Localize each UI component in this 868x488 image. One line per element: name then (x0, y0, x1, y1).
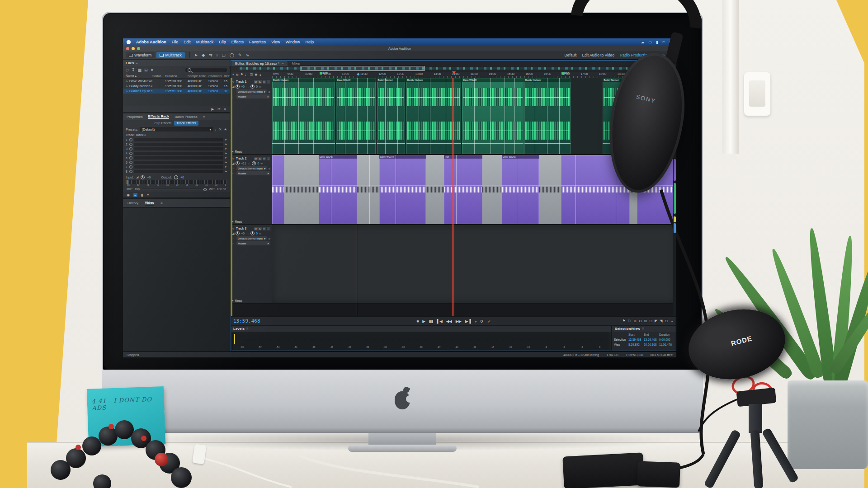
panel-menu-icon[interactable]: ≡ (160, 201, 163, 205)
zoom-in-horizontal-button[interactable]: ⊕ (633, 319, 637, 323)
tab-properties[interactable]: Properties (127, 115, 143, 119)
timeline-marker[interactable]: EOD (320, 72, 328, 75)
effects-rack-slot[interactable]: 6▸ (123, 160, 230, 164)
track-pan-knob[interactable] (250, 84, 255, 89)
import-file-icon[interactable]: ↧ (132, 68, 135, 72)
slot-power-icon[interactable] (129, 138, 132, 141)
record-arm-icon[interactable]: ● (259, 73, 261, 76)
audio-clip[interactable] (426, 155, 444, 224)
selview-start-value[interactable]: 13:59.468 (628, 338, 644, 341)
pause-button[interactable]: ▮▮ (429, 319, 433, 324)
files-search-input[interactable] (185, 68, 227, 72)
apple-menu-icon[interactable] (127, 40, 131, 44)
track-header-track-2[interactable]: ∿Track 2MSR⋮◢+11↔0∞→Default Stereo Input… (231, 155, 272, 224)
selview-start-value[interactable]: 8:59.892 (628, 343, 644, 346)
slot-power-icon[interactable] (129, 152, 132, 155)
track-volume-knob[interactable] (236, 161, 240, 165)
zoom-out-horizontal-button[interactable]: ⊖ (639, 319, 642, 323)
spot-healing-tool-icon[interactable]: ∿ (245, 51, 249, 60)
track-volume-knob[interactable] (236, 84, 240, 89)
file-row[interactable]: ∿Buddy Nielsen.wav1:25:38.09048000 HzSte… (123, 84, 230, 89)
panel-menu-icon[interactable]: ≡ (136, 61, 138, 65)
track-mute-button[interactable]: M (254, 157, 258, 160)
track-input-select[interactable]: Default Stereo Input▸ (236, 166, 267, 170)
menu-edit[interactable]: Edit (184, 40, 191, 44)
slot-power-icon[interactable] (129, 161, 132, 164)
track-solo-button[interactable]: S (258, 157, 262, 160)
subtab-clip-effects[interactable]: Clip Effects (154, 121, 171, 125)
rack-list-icon[interactable]: ≡ (133, 193, 137, 197)
audio-clip[interactable]: Dave WCAR (502, 155, 539, 224)
track-record-arm-button[interactable]: R (263, 227, 266, 230)
workspace-default[interactable]: Default (564, 53, 576, 57)
rack-premix-icon[interactable]: ✦ (146, 193, 150, 197)
loop-preview-icon[interactable]: ⟳ (217, 107, 220, 111)
effects-rack-slot[interactable]: 7▸ (123, 164, 230, 169)
metronome-icon[interactable]: ♩ (245, 73, 248, 76)
slot-insert-area[interactable] (134, 143, 224, 146)
files-column-sample-rate[interactable]: Sample Rate (188, 75, 208, 78)
track-output-select[interactable]: Master▸ (236, 241, 270, 245)
cue-marker[interactable] (357, 73, 359, 75)
move-playhead-to-next-button[interactable]: ▶▐ (465, 319, 471, 324)
move-tool-icon[interactable]: ➤ (194, 51, 198, 60)
tab-video[interactable]: Video (145, 201, 154, 205)
audio-clip[interactable] (482, 155, 502, 224)
snapping-icon[interactable]: ⌖ (232, 73, 234, 76)
time-selection-tool-icon[interactable]: I (217, 51, 218, 60)
editor-tab[interactable]: Editor: Buddies ep 16.sesx * ≡ (231, 61, 288, 66)
input-monitor-icon[interactable]: ◉ (255, 73, 257, 76)
slot-power-icon[interactable] (129, 143, 132, 146)
selview-end-value[interactable]: 13:59.468 (644, 338, 659, 341)
effects-rack-slot[interactable]: 3▸ (123, 146, 230, 151)
mix-slider[interactable] (142, 189, 207, 189)
track-record-arm-button[interactable]: R (263, 157, 266, 160)
slot-power-icon[interactable] (129, 156, 132, 160)
files-column-duration[interactable]: Duration (165, 75, 188, 78)
list-view-icon[interactable]: ≡ (224, 107, 226, 111)
waveform-view-button[interactable]: Waveform (126, 52, 155, 58)
effects-rack-slot[interactable]: 5▸ (123, 155, 230, 160)
tab-effects-rack[interactable]: Effects Rack (148, 114, 170, 119)
menu-favorites[interactable]: Favorites (249, 40, 266, 44)
audio-clip[interactable]: Pan (444, 155, 482, 224)
files-column-status[interactable]: Status (152, 75, 165, 78)
marquee-selection-tool-icon[interactable]: ▢ (222, 51, 226, 60)
slot-insert-area[interactable] (134, 165, 224, 169)
track-mute-button[interactable]: M (254, 227, 258, 230)
rewind-button[interactable]: ◀◀ (446, 319, 452, 324)
range-marker-icon[interactable]: ⚐ (628, 319, 631, 323)
creative-cloud-icon[interactable]: ☁ (641, 40, 644, 44)
panel-menu-icon[interactable]: ≡ (246, 327, 249, 331)
track-header-track-3[interactable]: ∿Track 3MSR⋮◢+0↔0∞→Default Stereo Input▸… (231, 225, 272, 303)
fast-forward-button[interactable]: ▶▶ (456, 319, 462, 324)
loop-playback-button[interactable]: ⟳ (481, 319, 484, 324)
input-gain-knob[interactable] (141, 175, 145, 179)
move-playhead-to-previous-button[interactable]: ▌◀ (437, 319, 443, 324)
mixer-tab[interactable]: Mixer (288, 61, 304, 66)
selview-duration-value[interactable]: 0:00.000 (659, 338, 675, 341)
menu-multitrack[interactable]: Multitrack (196, 40, 214, 44)
razor-tool-icon[interactable]: ◆ (202, 51, 205, 60)
tab-history[interactable]: History (127, 201, 138, 205)
effects-rack-slot[interactable]: 2▸ (123, 142, 230, 146)
session-overview-bar[interactable] (231, 66, 676, 71)
stop-button[interactable]: ■ (416, 319, 419, 324)
playhead-caret[interactable] (452, 71, 456, 74)
overview-zoom-selection[interactable] (300, 66, 425, 71)
delete-file-icon[interactable]: ✕ (151, 68, 154, 72)
save-preset-icon[interactable]: ↓ (215, 127, 217, 131)
slot-insert-area[interactable] (134, 152, 224, 155)
zoom-to-selection-button[interactable]: ⊡ (665, 319, 668, 323)
audio-clip[interactable]: Dave WCAR (319, 155, 357, 224)
skip-selection-button[interactable]: ⇄ (487, 319, 491, 324)
zoom-to-out-point-button[interactable]: ◥ (660, 319, 662, 323)
rack-power-icon[interactable]: ◉ (127, 193, 130, 197)
selview-duration-value[interactable]: 11:06.476 (659, 343, 675, 346)
slot-insert-area[interactable] (134, 156, 224, 160)
playhead-time-display[interactable]: 13:59.468 (233, 318, 301, 324)
audio-clip[interactable] (284, 155, 319, 224)
slot-power-icon[interactable] (129, 147, 132, 150)
effects-rack-slot[interactable]: 4▸ (123, 151, 230, 155)
lasso-selection-tool-icon[interactable]: ◯ (230, 51, 234, 60)
